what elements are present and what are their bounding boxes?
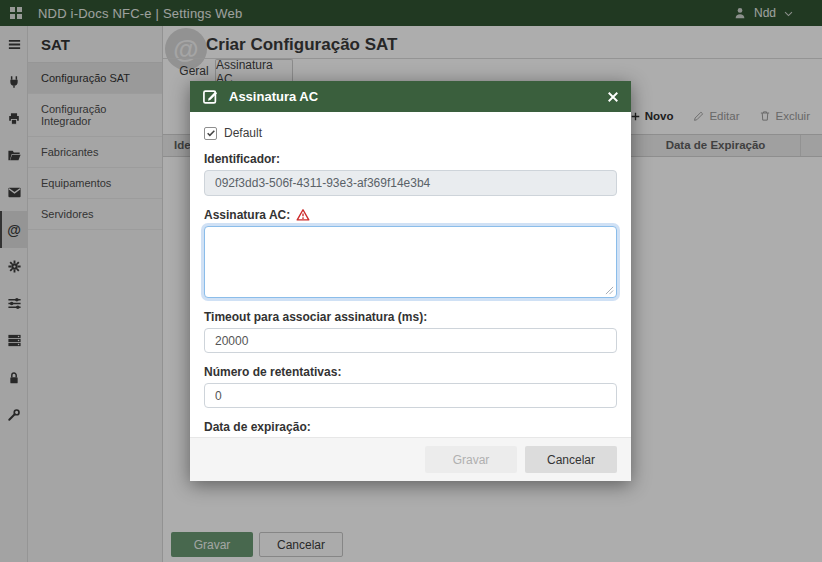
identificador-label: Identificador: xyxy=(204,152,617,166)
app-window: NDD i-Docs NFC-e | Settings Web Ndd xyxy=(0,0,822,562)
timeout-label: Timeout para associar assinatura (ms): xyxy=(204,310,617,324)
warning-icon xyxy=(296,208,310,222)
default-label: Default xyxy=(224,126,262,140)
gravar-modal-button[interactable]: Gravar xyxy=(425,446,517,473)
close-icon[interactable] xyxy=(607,91,619,103)
assinatura-textarea[interactable] xyxy=(204,226,617,298)
timeout-input[interactable] xyxy=(204,328,617,353)
modal-body: Default Identificador: Assinatura AC: Ti… xyxy=(190,126,631,462)
assinatura-label-text: Assinatura AC: xyxy=(204,208,290,222)
expiracao-label: Data de expiração: xyxy=(204,420,617,434)
default-row: Default xyxy=(204,126,617,140)
modal-footer: Gravar Cancelar xyxy=(190,437,631,481)
modal-header: Assinatura AC xyxy=(190,81,631,112)
assinatura-textarea-wrap xyxy=(204,226,617,298)
check-icon xyxy=(206,128,216,138)
retentativas-label: Número de retentativas: xyxy=(204,365,617,379)
identificador-input xyxy=(204,170,617,196)
default-checkbox[interactable] xyxy=(204,127,217,140)
cancelar-modal-button[interactable]: Cancelar xyxy=(525,446,617,473)
edit-note-icon xyxy=(202,88,219,105)
modal-title: Assinatura AC xyxy=(229,89,318,104)
assinatura-ac-modal: Assinatura AC Default Identificador: Ass… xyxy=(190,81,631,481)
retentativas-input[interactable] xyxy=(204,383,617,408)
assinatura-label: Assinatura AC: xyxy=(204,208,617,222)
